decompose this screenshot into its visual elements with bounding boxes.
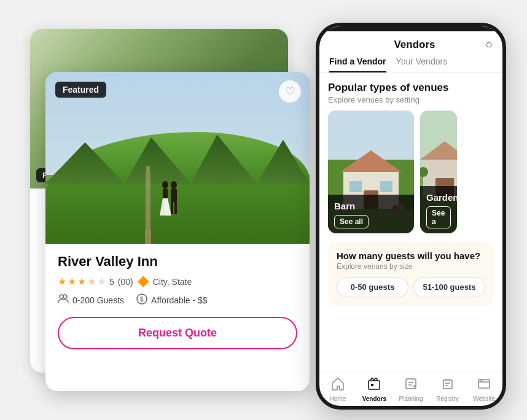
svg-rect-31 — [371, 384, 373, 386]
details-row: 0-200 Guests $ Affordable - $$ — [58, 294, 297, 307]
guest-option-51-100[interactable]: 51-100 guests — [413, 277, 485, 297]
price-icon: $ — [136, 294, 147, 307]
phone-content: Popular types of venues Explore venues b… — [319, 73, 502, 371]
guests-section-title: How many guests will you have? — [337, 251, 485, 261]
request-quote-button[interactable]: Request Quote — [58, 317, 297, 349]
guests-detail: 0-200 Guests — [58, 294, 124, 306]
garden-overlay: Garden See a — [420, 186, 457, 233]
garden-see-all-button[interactable]: See a — [426, 206, 451, 228]
svg-rect-35 — [443, 380, 452, 389]
svg-text:$: $ — [140, 296, 144, 303]
svg-rect-1 — [163, 189, 168, 200]
barn-see-all-button[interactable]: See all — [334, 215, 369, 228]
planning-label: Planning — [399, 395, 423, 402]
website-icon — [477, 377, 491, 394]
garden-name: Garden — [426, 192, 451, 203]
nav-planning[interactable]: Planning — [392, 377, 429, 402]
barn-overlay: Barn See all — [328, 195, 414, 233]
registry-label: Registry — [436, 395, 459, 402]
phone-mockup: Vendors ○ Find a Vendor Your Vendors Pop… — [316, 23, 506, 410]
popular-section-subtitle: Explore venues by setting — [328, 95, 494, 104]
tab-your-vendors[interactable]: Your Vendors — [396, 56, 448, 72]
nav-home[interactable]: Home — [319, 377, 356, 402]
svg-rect-3 — [171, 189, 177, 202]
svg-rect-5 — [174, 202, 177, 214]
planning-icon — [404, 377, 418, 394]
vendors-label: Vendors — [362, 395, 386, 402]
star-4: ★ — [87, 276, 96, 287]
star-5: ★ — [97, 276, 106, 287]
svg-rect-16 — [349, 181, 362, 192]
nav-website[interactable]: Website — [466, 377, 502, 402]
svg-rect-17 — [380, 181, 392, 192]
svg-rect-30 — [369, 381, 380, 389]
couple-silhouette — [157, 180, 181, 223]
svg-point-0 — [162, 181, 168, 189]
location-dot-icon: 🔶 — [137, 276, 149, 287]
price-detail: $ Affordable - $$ — [136, 294, 208, 307]
registry-icon — [441, 377, 455, 394]
phone-tabs: Find a Vendor Your Vendors — [319, 52, 502, 73]
guests-section: How many guests will you have? Explore v… — [328, 242, 494, 306]
star-1: ★ — [58, 276, 66, 287]
home-label: Home — [329, 395, 346, 402]
phone-header: Vendors ○ — [319, 31, 502, 52]
tab-find-vendor[interactable]: Find a Vendor — [329, 56, 386, 72]
guest-options: 0-50 guests 51-100 guests — [337, 277, 485, 297]
heart-button[interactable]: ♡ — [279, 80, 301, 103]
barn-name: Barn — [334, 201, 408, 211]
svg-point-38 — [480, 380, 481, 381]
featured-badge: Featured — [55, 82, 106, 98]
stars: ★ ★ ★ ★ ★ — [58, 276, 106, 287]
phone-title: Vendors — [344, 39, 485, 51]
nav-vendors[interactable]: Vendors — [356, 377, 393, 402]
guests-section-subtitle: Explore venues by size — [337, 262, 485, 271]
home-icon — [331, 377, 345, 394]
price-text: Affordable - $$ — [151, 295, 208, 305]
svg-rect-32 — [406, 379, 416, 389]
card-info: River Valley Inn ★ ★ ★ ★ ★ 5 (00) 🔶 City… — [45, 244, 310, 359]
rating-count: 5 — [109, 277, 114, 287]
star-2: ★ — [68, 276, 76, 287]
svg-point-6 — [60, 295, 63, 298]
card-image: Featured ♡ — [45, 72, 310, 244]
vendors-icon — [367, 377, 381, 394]
venue-card: Featured ♡ River Valley Inn ★ ★ ★ ★ ★ 5 … — [45, 72, 310, 391]
scene: Featured — [12, 10, 515, 410]
phone-notch — [319, 26, 502, 31]
star-3: ★ — [77, 276, 86, 287]
heart-icon: ♡ — [285, 85, 295, 98]
guests-text: 0-200 Guests — [72, 295, 124, 305]
website-label: Website — [473, 395, 495, 402]
phone-screen: Vendors ○ Find a Vendor Your Vendors Pop… — [319, 31, 502, 406]
venue-type-barn[interactable]: Barn See all — [328, 111, 414, 233]
svg-rect-4 — [171, 202, 173, 214]
svg-point-7 — [63, 295, 67, 298]
svg-point-2 — [171, 181, 177, 189]
location-text: City, State — [153, 277, 192, 287]
guest-option-0-50[interactable]: 0-50 guests — [337, 277, 408, 297]
venues-scroll: Barn See all — [328, 111, 494, 233]
review-count: (00) — [118, 277, 133, 287]
svg-point-39 — [482, 380, 483, 381]
guests-icon — [58, 294, 69, 306]
venue-name: River Valley Inn — [58, 254, 297, 270]
nav-registry[interactable]: Registry — [429, 377, 466, 402]
venue-type-garden[interactable]: Garden See a — [420, 111, 457, 233]
chat-icon[interactable]: ○ — [485, 37, 493, 52]
rating-row: ★ ★ ★ ★ ★ 5 (00) 🔶 City, State — [58, 276, 297, 287]
phone-bottom-nav: Home Vendors — [319, 371, 502, 406]
popular-section-title: Popular types of venues — [328, 82, 494, 94]
